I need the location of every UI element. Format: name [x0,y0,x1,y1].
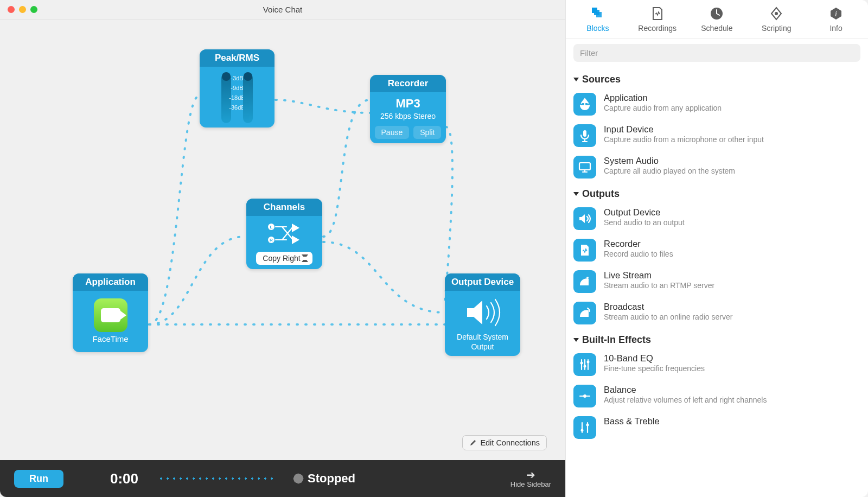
minimize-window-button[interactable] [19,6,26,13]
svg-rect-6 [594,10,599,15]
hide-sidebar-icon: ➔ [510,469,551,480]
tab-recordings[interactable]: Recordings [635,5,680,33]
tab-blocks[interactable]: Blocks [575,5,621,33]
svg-rect-10 [583,130,586,137]
hide-sidebar-button[interactable]: ➔ Hide Sidebar [510,469,551,488]
satellite-icon [573,270,596,293]
bottom-bar: Run 0:00 Stopped ➔ Hide Sidebar [0,460,565,497]
block-title: Recorder [370,75,446,92]
status: Stopped [293,471,355,486]
item-system-audio[interactable]: System Audio Capture all audio played on… [566,151,868,183]
filter-input[interactable] [573,44,860,62]
item-title: Output Device [604,207,685,218]
item-desc: Capture all audio played on the system [604,167,735,175]
meter-bar-right [243,73,253,123]
edit-connections-button[interactable]: Edit Connections [462,435,547,450]
item-title: Bass & Treble [604,416,660,426]
svg-point-18 [586,424,589,426]
chevron-down-icon [573,338,579,342]
zoom-window-button[interactable] [30,6,37,13]
window-title: Voice Chat [0,5,565,14]
run-button[interactable]: Run [14,470,63,488]
recordings-icon [635,5,680,22]
progress-track [158,477,274,480]
svg-text:R: R [270,238,273,243]
item-title: Recorder [604,239,673,249]
item-output-device[interactable]: Output Device Send audio to an output [566,203,868,234]
application-icon [573,93,596,116]
item-title: Application [604,93,722,103]
sidebar: Blocks Recordings Schedule Scripting [565,0,868,497]
item-desc: Fine-tune specific frequencies [604,364,705,373]
svg-point-17 [581,429,584,432]
scripting-icon [754,5,799,22]
tab-schedule[interactable]: Schedule [694,5,739,33]
block-title: Output Device [445,273,520,291]
item-title: Input Device [604,124,764,135]
recorder-pause-button[interactable]: Pause [375,126,410,139]
microphone-icon [573,124,596,147]
tab-info[interactable]: i Info [813,5,859,33]
block-output-device[interactable]: Output Device Default System Output [445,273,520,356]
block-title: Peak/RMS [200,49,275,67]
recorder-rate: 256 kbps Stereo [375,112,441,120]
svg-rect-11 [579,163,590,170]
item-10band-eq[interactable]: 10-Band EQ Fine-tune specific frequencie… [566,349,868,380]
item-live-stream[interactable]: Live Stream Stream audio to an RTMP serv… [566,266,868,297]
item-desc: Capture audio from any application [604,104,722,112]
tab-scripting[interactable]: Scripting [754,5,799,33]
svg-point-8 [775,12,778,15]
item-bass-treble[interactable]: Bass & Treble [566,412,868,443]
chevron-down-icon [573,192,579,196]
canvas[interactable]: Peak/RMS -3dB -9dB -18dB -36dB Recorder … [0,20,565,460]
item-desc: Send audio to an output [604,218,685,227]
item-title: 10-Band EQ [604,353,705,364]
svg-point-15 [587,361,590,364]
broadcast-icon [573,302,596,324]
section-effects[interactable]: Built-In Effects [566,329,868,349]
speaker-icon [464,297,502,328]
svg-point-12 [586,277,589,279]
monitor-icon [573,156,596,179]
block-application[interactable]: Application FaceTime [73,273,148,352]
section-outputs[interactable]: Outputs [566,183,868,203]
block-title: Application [73,273,148,291]
svg-text:i: i [835,10,837,18]
item-title: Live Stream [604,270,714,281]
item-desc: Stream audio to an RTMP server [604,281,714,290]
block-recorder[interactable]: Recorder MP3 256 kbps Stereo Pause Split [370,75,446,143]
channels-mode-select[interactable]: Copy Right [256,252,312,265]
recorder-split-button[interactable]: Split [413,126,441,139]
close-window-button[interactable] [8,6,15,13]
block-peak-rms[interactable]: Peak/RMS -3dB -9dB -18dB -36dB [200,49,275,128]
block-title: Channels [246,199,322,216]
stop-icon [292,472,305,485]
block-channels[interactable]: Channels L R Copy Right [246,199,322,269]
item-title: System Audio [604,156,735,166]
item-application[interactable]: Application Capture audio from any appli… [566,88,868,120]
item-desc: Capture audio from a microphone or other… [604,135,764,144]
item-input-device[interactable]: Input Device Capture audio from a microp… [566,120,868,151]
item-desc: Stream audio to an online radio server [604,313,732,321]
item-balance[interactable]: Balance Adjust relative volumes of left … [566,380,868,412]
item-broadcast[interactable]: Broadcast Stream audio to an online radi… [566,297,868,329]
item-title: Balance [604,385,767,395]
channels-icon: L R [267,220,302,246]
schedule-icon [694,5,739,22]
facetime-icon [94,298,127,332]
svg-point-16 [583,394,586,398]
svg-point-13 [580,362,583,365]
svg-point-14 [584,365,586,368]
application-name: FaceTime [78,334,143,348]
titlebar: Voice Chat [0,0,565,20]
item-desc: Record audio to files [604,250,673,258]
item-title: Broadcast [604,302,732,312]
bass-treble-icon [573,416,596,439]
item-recorder[interactable]: Recorder Record audio to files [566,234,868,266]
output-device-name: Default System Output [450,332,515,352]
section-sources[interactable]: Sources [566,68,868,88]
chevron-down-icon [573,78,579,81]
item-desc: Adjust relative volumes of left and righ… [604,396,767,404]
speaker-icon [573,207,596,230]
recorder-format: MP3 [375,97,441,111]
